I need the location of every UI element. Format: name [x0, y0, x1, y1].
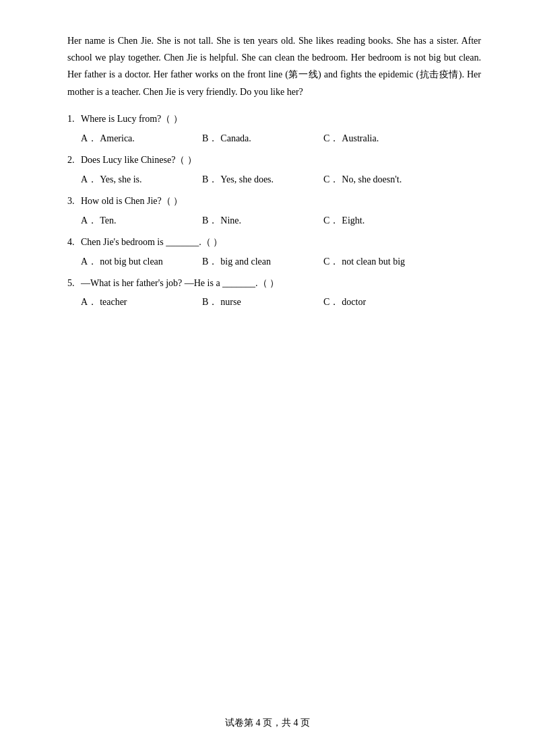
question-5-option-a: A． teacher: [81, 294, 202, 310]
option-c-letter: C．: [323, 171, 339, 188]
question-1-options: A． America. B． Canada. C． Australia.: [81, 130, 481, 147]
passage-text: Her name is Chen Jie. She is not tall. S…: [67, 32, 481, 100]
question-4-option-a: A． not big but clean: [81, 253, 202, 270]
page-footer: 试卷第 4 页，共 4 页: [0, 717, 535, 729]
question-3-stem: 3. How old is Chen Jie?（ ）: [67, 193, 481, 209]
option-a-letter: A．: [81, 294, 97, 310]
question-2-option-a: A． Yes, she is.: [81, 171, 202, 188]
option-c-letter: C．: [323, 130, 339, 147]
question-1-option-c: C． Australia.: [323, 130, 445, 147]
option-c-text: not clean but big: [342, 253, 405, 270]
option-a-letter: A．: [81, 212, 97, 229]
question-4-option-c: C． not clean but big: [323, 253, 445, 270]
question-2-text: Does Lucy like Chinese?（ ）: [81, 152, 197, 168]
question-1-option-a: A． America.: [81, 130, 202, 147]
question-1-number: 1.: [67, 114, 81, 125]
option-a-text: teacher: [100, 294, 127, 310]
question-4-number: 4.: [67, 237, 81, 248]
option-b-text: big and clean: [220, 253, 271, 270]
question-3-option-a: A． Ten.: [81, 212, 202, 229]
question-2-options: A． Yes, she is. B． Yes, she does. C． No,…: [81, 171, 481, 188]
option-b-letter: B．: [202, 294, 218, 310]
option-c-letter: C．: [323, 294, 339, 310]
question-1-text: Where is Lucy from?（ ）: [81, 111, 183, 127]
option-a-letter: A．: [81, 253, 97, 270]
option-a-text: Ten.: [100, 212, 116, 229]
question-5-text: —What is her father's job? —He is a ____…: [81, 275, 279, 291]
question-5: 5. —What is her father's job? —He is a _…: [67, 275, 481, 311]
option-b-letter: B．: [202, 212, 218, 229]
question-1-option-b: B． Canada.: [202, 130, 323, 147]
question-3: 3. How old is Chen Jie?（ ） A． Ten. B． Ni…: [67, 193, 481, 229]
option-c-letter: C．: [323, 212, 339, 229]
question-3-text: How old is Chen Jie?（ ）: [81, 193, 183, 209]
option-a-text: Yes, she is.: [100, 171, 141, 188]
question-2-stem: 2. Does Lucy like Chinese?（ ）: [67, 152, 481, 168]
question-5-number: 5.: [67, 278, 81, 289]
option-c-text: doctor: [342, 294, 366, 310]
question-5-option-b: B． nurse: [202, 294, 323, 310]
question-1-stem: 1. Where is Lucy from?（ ）: [67, 111, 481, 127]
question-4: 4. Chen Jie's bedroom is _______.（ ） A． …: [67, 234, 481, 270]
option-b-letter: B．: [202, 171, 218, 188]
option-c-text: Australia.: [342, 130, 379, 147]
option-a-text: not big but clean: [100, 253, 163, 270]
page-content: Her name is Chen Jie. She is not tall. S…: [0, 0, 535, 370]
question-2-option-c: C． No, she doesn't.: [323, 171, 445, 188]
question-3-option-c: C． Eight.: [323, 212, 445, 229]
option-c-text: Eight.: [342, 212, 365, 229]
option-c-text: No, she doesn't.: [342, 171, 402, 188]
question-3-option-b: B． Nine.: [202, 212, 323, 229]
question-2-number: 2.: [67, 155, 81, 166]
question-2: 2. Does Lucy like Chinese?（ ） A． Yes, sh…: [67, 152, 481, 188]
option-c-letter: C．: [323, 253, 339, 270]
questions-section: 1. Where is Lucy from?（ ） A． America. B．…: [67, 111, 481, 311]
option-b-letter: B．: [202, 130, 218, 147]
question-4-stem: 4. Chen Jie's bedroom is _______.（ ）: [67, 234, 481, 250]
question-5-stem: 5. —What is her father's job? —He is a _…: [67, 275, 481, 291]
question-1: 1. Where is Lucy from?（ ） A． America. B．…: [67, 111, 481, 147]
question-3-number: 3.: [67, 196, 81, 207]
option-a-letter: A．: [81, 171, 97, 188]
option-a-text: America.: [100, 130, 135, 147]
question-5-options: A． teacher B． nurse C． doctor: [81, 294, 481, 310]
option-b-letter: B．: [202, 253, 218, 270]
option-b-text: Nine.: [220, 212, 241, 229]
question-2-option-b: B． Yes, she does.: [202, 171, 323, 188]
question-3-options: A． Ten. B． Nine. C． Eight.: [81, 212, 481, 229]
question-4-option-b: B． big and clean: [202, 253, 323, 270]
option-b-text: nurse: [220, 294, 241, 310]
footer-text: 试卷第 4 页，共 4 页: [225, 718, 310, 728]
question-4-text: Chen Jie's bedroom is _______.（ ）: [81, 234, 222, 250]
option-a-letter: A．: [81, 130, 97, 147]
option-b-text: Canada.: [220, 130, 251, 147]
question-5-option-c: C． doctor: [323, 294, 445, 310]
question-4-options: A． not big but clean B． big and clean C．…: [81, 253, 481, 270]
option-b-text: Yes, she does.: [220, 171, 274, 188]
